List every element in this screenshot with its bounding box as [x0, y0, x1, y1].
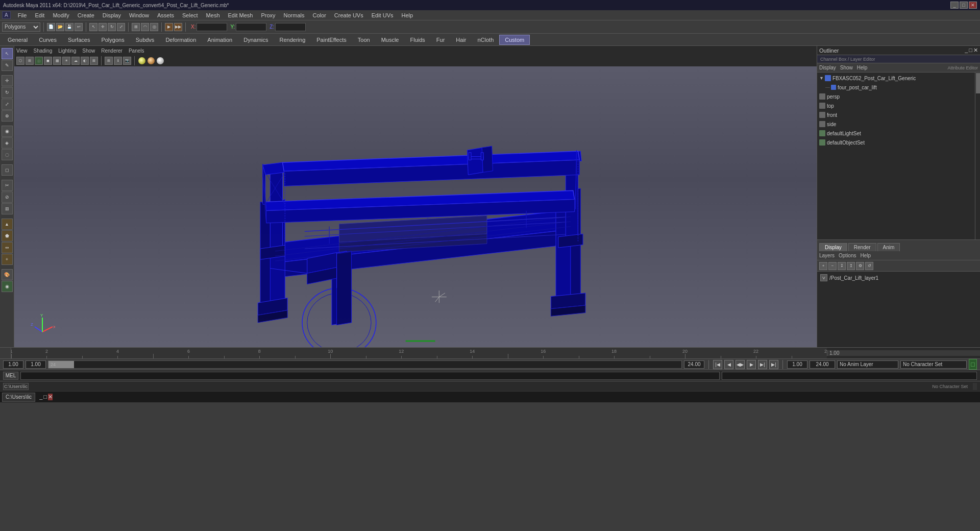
vp-shadows[interactable]: ☁ [71, 57, 80, 65]
vp-light1[interactable] [138, 57, 145, 64]
timeline-ruler[interactable]: 124681012141618202224 [11, 348, 827, 359]
rotate-tool[interactable]: ↻ [2, 87, 13, 98]
vp-menu-renderer[interactable]: Renderer [101, 48, 122, 54]
close-button[interactable]: ✕ [969, 2, 977, 9]
menu-proxy[interactable]: Proxy [257, 11, 279, 19]
start-time-field[interactable]: 1.00 [3, 360, 23, 369]
render-button[interactable]: ▶ [165, 23, 173, 31]
outliner-scrollbar[interactable] [975, 73, 980, 239]
playback-end-field[interactable]: 24.00 [810, 360, 835, 369]
split-poly[interactable]: ⊘ [2, 191, 13, 203]
select-tool-btn[interactable]: ↖ [2, 48, 13, 59]
undo-button[interactable]: ↩ [75, 23, 83, 31]
x-field[interactable] [197, 23, 227, 31]
tab-dynamics[interactable]: Dynamics [238, 35, 274, 45]
maximize-button[interactable]: □ [960, 2, 968, 9]
go-end-button[interactable]: ▶| [769, 360, 778, 369]
vp-menu-lighting[interactable]: Lighting [58, 48, 76, 54]
vp-smooth-shade[interactable]: ◼ [44, 57, 52, 65]
paint-weights[interactable]: 🎨 [2, 269, 13, 280]
scale-tool-button[interactable]: ⤢ [117, 23, 125, 31]
outliner-menu-show[interactable]: Show [840, 65, 853, 70]
layer-options-button[interactable]: ⚙ [856, 262, 864, 270]
vp-select-all[interactable]: ⬡ [16, 57, 24, 65]
layer-vis-0[interactable]: V [820, 274, 827, 281]
play-back-button[interactable]: ◀▶ [736, 360, 745, 369]
menu-modify[interactable]: Modify [48, 11, 73, 19]
snap-point-button[interactable]: ◎ [150, 23, 158, 31]
taskbar-close-app[interactable]: ✕ [48, 394, 53, 400]
tab-hair[interactable]: Hair [450, 35, 472, 45]
tab-subdvs[interactable]: Subdvs [130, 35, 160, 45]
bridge-tool[interactable]: ⇔ [2, 242, 13, 253]
anim-layer-field[interactable]: No Anim Layer [837, 360, 898, 369]
vp-camera[interactable]: 📷 [123, 57, 131, 65]
mode-selector[interactable]: Polygons Surfaces Dynamics Animation Ren… [2, 22, 40, 32]
menu-mesh[interactable]: Mesh [202, 11, 224, 19]
tab-ncloth[interactable]: nCloth [472, 35, 500, 45]
autokey-button[interactable] [969, 359, 977, 370]
vp-lights[interactable]: ☀ [62, 57, 70, 65]
tab-deformation[interactable]: Deformation [160, 35, 202, 45]
vp-frame-all[interactable]: ⊞ [26, 57, 34, 65]
render-view[interactable]: ◉ [2, 281, 13, 292]
universal-manip[interactable]: ⊕ [2, 110, 13, 122]
outliner-menu-help[interactable]: Help [857, 65, 868, 70]
menu-assets[interactable]: Assets [153, 11, 178, 19]
sculpt-tool[interactable]: ◈ [2, 137, 13, 149]
app-icon[interactable]: A [2, 11, 11, 19]
outliner-item-3[interactable]: top [817, 101, 975, 110]
taskbar-restore[interactable]: □ [43, 394, 47, 400]
tab-painteffects[interactable]: PaintEffects [311, 35, 352, 45]
snap-curve-button[interactable]: ◠ [141, 23, 149, 31]
menu-edit-mesh[interactable]: Edit Mesh [224, 11, 257, 19]
new-file-button[interactable]: 📄 [47, 23, 55, 31]
move-tool-button[interactable]: ✛ [99, 23, 107, 31]
outliner-item-6[interactable]: defaultLightSet [817, 129, 975, 138]
z-field[interactable] [275, 23, 306, 31]
menu-window[interactable]: Window [125, 11, 153, 19]
tab-curves[interactable]: Curves [33, 35, 62, 45]
menu-color[interactable]: Color [309, 11, 330, 19]
vp-grid[interactable]: ⊞ [105, 57, 113, 65]
layer-row-0[interactable]: V /Post_Car_Lift_layer1 [818, 273, 979, 283]
menu-normals[interactable]: Normals [280, 11, 309, 19]
last-tool[interactable]: ◻ [2, 164, 13, 176]
vp-menu-show[interactable]: Show [82, 48, 95, 54]
outliner-close[interactable]: ✕ [973, 47, 978, 54]
outliner-item-1[interactable]: — four_post_car_lift [817, 83, 975, 92]
tab-surfaces[interactable]: Surfaces [62, 35, 95, 45]
vp-textured[interactable]: ▦ [53, 57, 61, 65]
layer-tab-anim[interactable]: Anim [877, 243, 900, 251]
move-tool[interactable]: ✛ [2, 75, 13, 86]
vp-wireframe[interactable]: □ [35, 57, 43, 65]
layer-refresh-button[interactable]: ↺ [865, 262, 873, 270]
taskbar-maya[interactable]: C:\Users\lic [2, 393, 35, 402]
step-back-button[interactable]: ◀ [724, 360, 733, 369]
append-poly[interactable]: + [2, 254, 13, 265]
viewport[interactable]: X Z Y [14, 66, 817, 347]
paint-select-tool[interactable]: ✎ [2, 60, 13, 71]
open-file-button[interactable]: 📂 [56, 23, 64, 31]
char-set-field[interactable]: No Character Set [900, 360, 967, 369]
tab-polygons[interactable]: Polygons [95, 35, 130, 45]
snap-grid-button[interactable]: ⊞ [132, 23, 140, 31]
layers-menu-options[interactable]: Options [839, 253, 856, 258]
vp-menu-shading[interactable]: Shading [34, 48, 53, 54]
minimize-button[interactable]: _ [950, 2, 959, 9]
tab-fur[interactable]: Fur [431, 35, 451, 45]
command-input[interactable] [20, 372, 720, 380]
current-time-field[interactable]: 1.00 [26, 360, 46, 369]
mel-button[interactable]: MEL [3, 372, 18, 380]
tab-muscle[interactable]: Muscle [376, 35, 405, 45]
tab-animation[interactable]: Animation [202, 35, 238, 45]
outliner-float[interactable]: □ [969, 47, 972, 54]
play-forward-button[interactable]: ▶ [747, 360, 756, 369]
layer-tab-display[interactable]: Display [819, 243, 847, 251]
region-cut[interactable]: ✂ [2, 180, 13, 191]
taskbar-minimize[interactable]: _ [39, 394, 42, 400]
offset-edge[interactable]: ⊞ [2, 203, 13, 214]
menu-file[interactable]: File [14, 11, 31, 19]
step-forward-button[interactable]: ▶| [758, 360, 767, 369]
outliner-collapse[interactable]: _ [965, 47, 968, 54]
